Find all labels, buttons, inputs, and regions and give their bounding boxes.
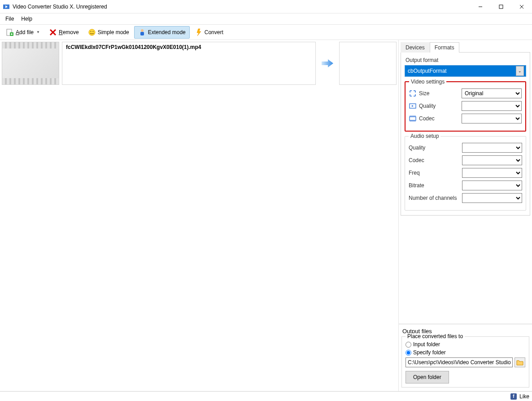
output-thumbnail — [339, 42, 397, 85]
convert-button[interactable]: Convert — [191, 26, 227, 39]
source-thumbnail — [2, 42, 59, 85]
radio-input-folder-input[interactable] — [406, 342, 411, 348]
extended-mode-button[interactable]: Extended mode — [134, 26, 190, 39]
output-format-combo[interactable]: cbOutputFormat ⌄ — [405, 65, 526, 77]
remove-icon — [49, 28, 57, 36]
audio-codec-label: Codec — [409, 157, 459, 163]
browse-folder-button[interactable] — [515, 357, 525, 367]
audio-bitrate-select[interactable] — [462, 181, 522, 190]
svg-point-14 — [92, 31, 93, 32]
close-button[interactable] — [511, 0, 532, 13]
facebook-icon[interactable]: f — [510, 393, 517, 400]
file-list: fcCWIEkdlx07CFrP1wGk01041200KgvX0E010(1)… — [0, 40, 398, 391]
output-files-section: Output files Place converted files to In… — [399, 324, 532, 391]
quality-icon — [409, 102, 416, 110]
file-row[interactable]: fcCWIEkdlx07CFrP1wGk01041200KgvX0E010(1)… — [2, 42, 397, 88]
menubar: File Help — [0, 13, 532, 25]
output-format-label: Output format — [406, 57, 526, 63]
video-quality-select[interactable] — [462, 101, 522, 111]
add-file-icon — [6, 28, 14, 36]
svg-marker-20 — [412, 105, 414, 107]
right-tabs: Devices Formats — [401, 42, 530, 53]
app-icon — [3, 3, 10, 10]
svg-point-13 — [90, 31, 91, 32]
audio-quality-select[interactable] — [462, 143, 522, 153]
radio-input-folder[interactable]: Input folder — [406, 341, 525, 348]
video-codec-label: Codec — [419, 115, 459, 122]
chevron-down-icon: ⌄ — [516, 66, 524, 76]
video-codec-select[interactable] — [462, 114, 522, 123]
size-icon — [409, 90, 416, 97]
folder-open-icon — [516, 359, 523, 366]
audio-quality-label: Quality — [409, 145, 459, 151]
video-quality-label: Quality — [419, 103, 459, 109]
audio-channels-select[interactable] — [462, 193, 522, 203]
add-file-button[interactable]: Add file ▼ — [2, 26, 44, 39]
svg-rect-23 — [410, 120, 416, 122]
audio-freq-select[interactable] — [462, 168, 522, 178]
radio-specify-folder-input[interactable] — [406, 350, 411, 356]
audio-codec-select[interactable] — [462, 155, 522, 165]
svg-rect-21 — [410, 117, 416, 120]
simple-mode-icon — [88, 28, 96, 36]
tab-devices[interactable]: Devices — [401, 42, 430, 53]
svg-marker-17 — [197, 29, 201, 36]
add-file-label: dd file — [19, 29, 34, 35]
chevron-down-icon: ▼ — [36, 30, 40, 34]
window-title: Video Converter Studio X. Unregistered — [13, 4, 470, 10]
convert-label: Convert — [205, 29, 223, 35]
size-select[interactable]: Original — [462, 88, 522, 98]
extended-mode-icon — [138, 28, 146, 36]
like-label[interactable]: Like — [519, 393, 529, 400]
place-legend: Place converted files to — [406, 333, 465, 339]
titlebar: Video Converter Studio X. Unregistered — [0, 0, 532, 13]
menu-file[interactable]: File — [2, 14, 17, 23]
audio-bitrate-label: Bitrate — [409, 182, 459, 189]
minimize-button[interactable] — [470, 0, 491, 13]
radio-specify-folder-label: Specify folder — [413, 349, 446, 356]
formats-panel: Output format cbOutputFormat ⌄ Video set… — [401, 53, 530, 216]
svg-point-12 — [89, 29, 95, 35]
audio-freq-label: Freq — [409, 170, 459, 176]
extended-mode-label: Extended mode — [148, 29, 186, 35]
simple-mode-label: Simple mode — [98, 29, 129, 35]
output-format-value: cbOutputFormat — [408, 68, 447, 74]
maximize-button[interactable] — [491, 0, 511, 13]
arrow-icon — [318, 42, 336, 85]
place-group: Place converted files to Input folder Sp… — [401, 336, 529, 388]
video-settings-group: Video settings Size Original Quality Cod… — [405, 81, 526, 132]
svg-marker-18 — [322, 59, 333, 67]
svg-rect-3 — [499, 5, 503, 9]
size-label: Size — [419, 90, 459, 97]
radio-specify-folder[interactable]: Specify folder — [406, 349, 525, 356]
video-settings-legend: Video settings — [409, 79, 446, 85]
simple-mode-button[interactable]: Simple mode — [84, 26, 133, 39]
statusbar: f Like — [0, 391, 532, 401]
audio-channels-label: Number of channels — [409, 195, 459, 201]
output-path-input[interactable] — [406, 357, 513, 367]
menu-help[interactable]: Help — [17, 14, 36, 23]
audio-setup-legend: Audio setup — [409, 133, 440, 139]
svg-rect-16 — [140, 32, 144, 35]
open-folder-button[interactable]: Open folder — [406, 371, 449, 383]
svg-point-15 — [141, 29, 144, 32]
svg-rect-22 — [410, 115, 416, 117]
radio-input-folder-label: Input folder — [413, 341, 440, 348]
codec-icon — [409, 115, 416, 122]
audio-setup-group: Audio setup Quality Codec Freq Bitrate N… — [405, 136, 526, 211]
tab-formats[interactable]: Formats — [430, 42, 459, 53]
remove-button[interactable]: Remove — [45, 26, 83, 39]
file-name: fcCWIEkdlx07CFrP1wGk01041200KgvX0E010(1)… — [62, 42, 316, 85]
toolbar: Add file ▼ Remove Simple mode Extended m… — [0, 25, 532, 40]
convert-icon — [195, 28, 203, 36]
